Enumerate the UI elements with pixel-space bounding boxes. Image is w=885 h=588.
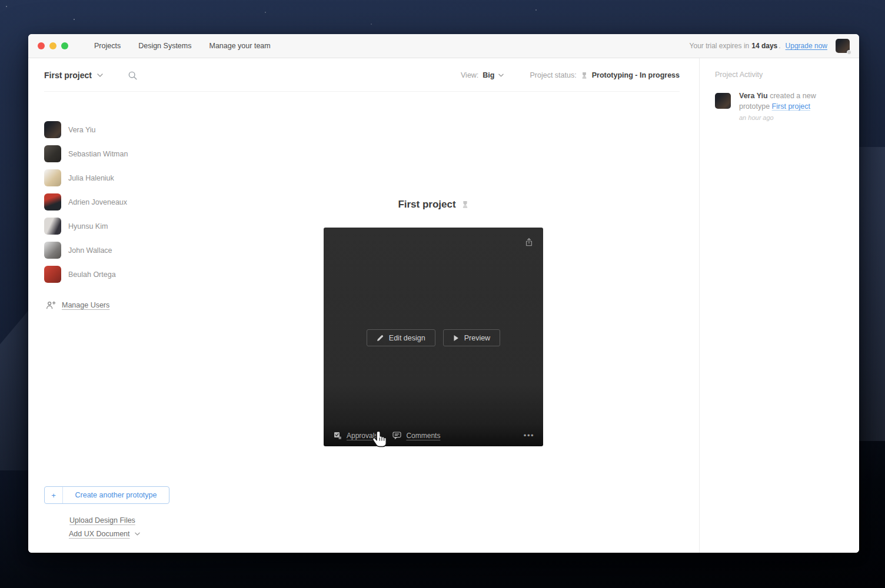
header-divider [44,91,680,92]
view-selector[interactable]: View: Big [461,71,504,79]
team-member-row[interactable]: Vera Yiu [44,121,128,138]
status-trophy-icon [461,201,469,209]
page-header: First project View: Big Project status: … [44,66,680,84]
create-prototype-label: Create another prototype [63,487,169,503]
chevron-down-icon [97,74,103,77]
activity-timestamp: an hour ago [739,113,825,123]
trial-text: Your trial expires in [690,42,750,50]
prototype-title-text: First project [398,199,455,211]
preview-button[interactable]: Preview [443,329,500,346]
desktop-stars [6,6,7,7]
view-value: Big [483,71,494,79]
window-titlebar: Projects Design Systems Manage your team… [28,34,859,58]
team-member-row[interactable]: Julia Haleniuk [44,169,128,186]
member-avatar [44,242,61,259]
activity-user: Vera Yiu [739,92,768,100]
card-actions: Edit design Preview [324,329,543,346]
member-avatar [44,145,61,162]
top-menu: Projects Design Systems Manage your team [94,42,271,50]
prototype-card[interactable]: Edit design Preview Approvals Comments •… [324,228,543,446]
team-member-list: Vera Yiu Sebastian Witman Julia Haleniuk… [44,121,128,290]
share-icon [524,237,534,248]
approvals-icon [334,432,342,440]
team-member-row[interactable]: Beulah Ortega [44,266,128,283]
trial-period: . [778,42,780,50]
chevron-down-icon [135,532,140,536]
play-icon [453,335,459,342]
activity-item: Vera Yiu created a new prototype First p… [715,91,850,123]
avatar-status-badge [847,50,851,55]
team-member-row[interactable]: Hyunsu Kim [44,218,128,235]
close-window-button[interactable] [38,42,45,49]
member-avatar [44,266,61,283]
comments-label: Comments [406,432,440,440]
member-name: John Wallace [68,246,112,255]
minimize-window-button[interactable] [49,42,56,49]
menu-item-manage-your-team[interactable]: Manage your team [209,42,270,50]
manage-users-link[interactable]: Manage Users [46,300,109,310]
prototype-title: First project [324,199,543,211]
member-name: Adrien Joveneaux [68,198,127,206]
project-status-value: Prototyping - In progress [592,71,680,79]
activity-target-link[interactable]: First project [772,102,810,111]
add-user-icon [46,300,56,310]
pencil-icon [377,335,384,342]
member-avatar [44,218,61,235]
titlebar-right: Your trial expires in 14 days . Upgrade … [690,39,850,53]
team-member-row[interactable]: Sebastian Witman [44,145,128,162]
hand-cursor [371,430,390,451]
project-selector-label: First project [44,71,92,80]
comments-link[interactable]: Comments [392,432,440,440]
status-trophy-icon [581,72,588,79]
preview-label: Preview [464,334,490,342]
member-name: Sebastian Witman [68,150,128,158]
search-icon [128,71,138,81]
project-selector[interactable]: First project [44,71,103,80]
project-status-label: Project status: [530,71,576,79]
team-member-row[interactable]: Adrien Joveneaux [44,193,128,211]
member-name: Julia Haleniuk [68,174,114,182]
header-controls: View: Big Project status: Prototyping - … [461,71,680,79]
activity-avatar [715,93,731,109]
member-avatar [44,169,61,186]
member-name: Beulah Ortega [68,270,116,279]
app-window: Projects Design Systems Manage your team… [28,34,859,553]
main-content: First project View: Big Project status: … [28,58,859,553]
member-name: Vera Yiu [68,126,96,134]
member-name: Hyunsu Kim [68,222,108,230]
menu-item-projects[interactable]: Projects [94,42,121,50]
activity-text: Vera Yiu created a new prototype First p… [739,91,825,123]
project-activity-title: Project Activity [715,71,763,79]
create-another-prototype-button[interactable]: + Create another prototype [44,486,169,504]
menu-item-design-systems[interactable]: Design Systems [138,42,191,50]
view-label: View: [461,71,478,79]
plus-icon: + [45,487,63,503]
trial-days: 14 days [751,42,777,50]
edit-design-label: Edit design [389,334,425,342]
edit-design-button[interactable]: Edit design [367,329,435,346]
team-member-row[interactable]: John Wallace [44,242,128,259]
project-status-selector[interactable]: Project status: Prototyping - In progres… [530,71,680,79]
search-button[interactable] [128,71,138,81]
manage-users-label: Manage Users [62,301,109,309]
upload-design-files-link[interactable]: Upload Design Files [69,516,135,524]
upgrade-now-link[interactable]: Upgrade now [786,42,827,50]
zoom-window-button[interactable] [61,42,68,49]
traffic-lights [38,42,68,49]
add-ux-document-link[interactable]: Add UX Document [69,530,140,538]
member-avatar [44,193,61,211]
account-avatar[interactable] [836,39,850,53]
sidebar-divider [699,58,700,553]
chevron-down-icon [498,74,504,77]
card-footer: Approvals Comments ••• [334,431,534,440]
member-avatar [44,121,61,138]
share-button[interactable] [524,237,534,248]
comments-icon [392,432,401,439]
more-options-button[interactable]: ••• [524,431,534,440]
add-ux-document-label: Add UX Document [69,530,130,538]
